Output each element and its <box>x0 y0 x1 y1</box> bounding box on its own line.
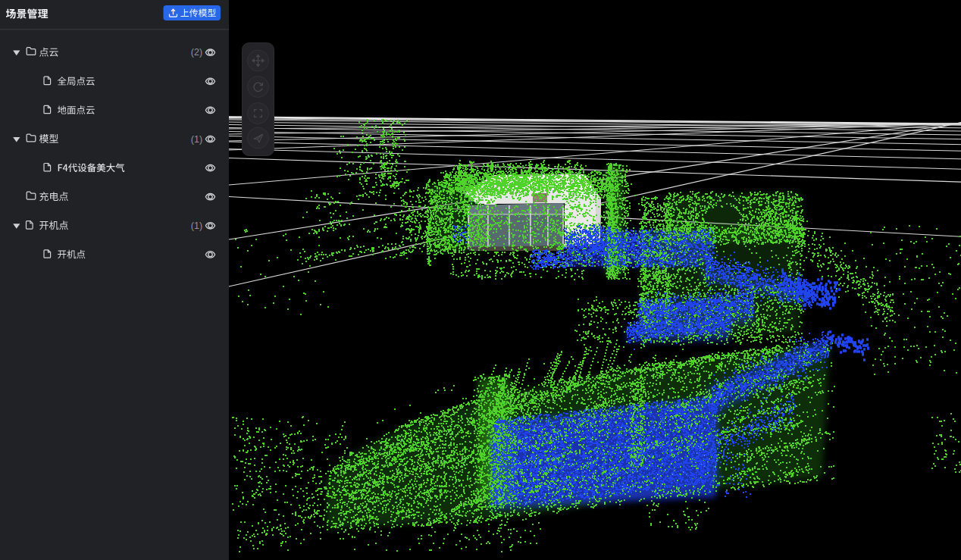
svg-text:(1): (1) <box>191 221 202 231</box>
svg-text:(2): (2) <box>191 47 202 58</box>
svg-text:(1): (1) <box>191 134 202 145</box>
